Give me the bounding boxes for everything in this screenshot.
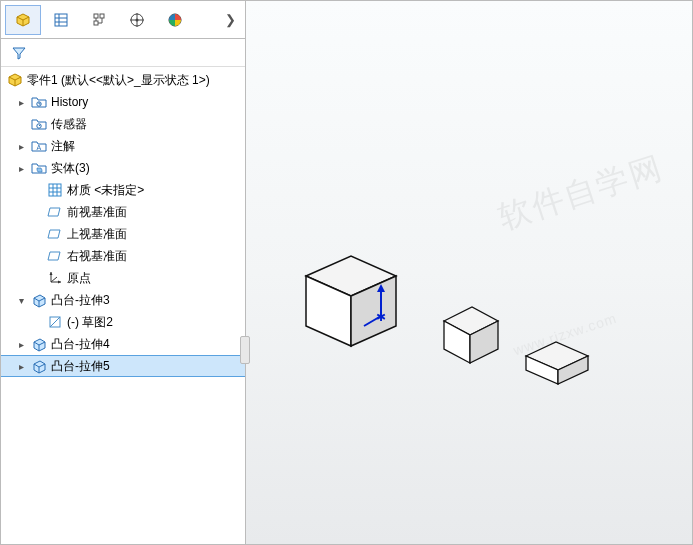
tab-property-manager[interactable]	[43, 5, 79, 35]
plane-icon	[46, 247, 64, 265]
tab-feature-tree[interactable]	[5, 5, 41, 35]
svg-rect-10	[94, 21, 98, 25]
toolbar-overflow[interactable]: ❯	[219, 5, 241, 35]
tree-item-right-plane[interactable]: 右视基准面	[1, 245, 245, 267]
tree-item-extrude4[interactable]: ▸ 凸台-拉伸4	[1, 333, 245, 355]
tree-item-sensors[interactable]: 传感器	[1, 113, 245, 135]
boss-extrude-icon	[30, 335, 48, 353]
origin-icon	[46, 269, 64, 287]
tree-label: 凸台-拉伸5	[51, 358, 110, 375]
tree-item-material[interactable]: 材质 <未指定>	[1, 179, 245, 201]
tree-label: 上视基准面	[67, 226, 127, 243]
history-folder-icon	[30, 93, 48, 111]
tree-item-front-plane[interactable]: 前视基准面	[1, 201, 245, 223]
expand-icon[interactable]: ▸	[15, 339, 27, 350]
tree-item-history[interactable]: ▸ History	[1, 91, 245, 113]
feature-tree-icon	[14, 11, 32, 29]
plane-icon	[46, 225, 64, 243]
expand-icon[interactable]: ▸	[15, 163, 27, 174]
sketch-icon	[46, 313, 64, 331]
model-cube-medium[interactable]	[436, 301, 508, 372]
tree-item-sketch2[interactable]: (-) 草图2	[1, 311, 245, 333]
tree-label: 传感器	[51, 116, 87, 133]
tree-label: 凸台-拉伸4	[51, 336, 110, 353]
graphics-viewport[interactable]: 软件自学网 www.rjzxw.com ✱	[246, 1, 692, 544]
svg-text:A: A	[37, 144, 42, 151]
dimxpert-icon	[128, 11, 146, 29]
tree-label: 右视基准面	[67, 248, 127, 265]
feature-tree-panel: ❯ 零件1 (默认<<默认>_显示状态 1>) ▸ History 传感器	[1, 1, 246, 544]
svg-rect-4	[55, 14, 67, 26]
config-manager-icon	[90, 11, 108, 29]
svg-point-17	[136, 18, 139, 21]
tree-label: 凸台-拉伸3	[51, 292, 110, 309]
tree-item-annotations[interactable]: ▸ A 注解	[1, 135, 245, 157]
filter-icon[interactable]	[10, 44, 28, 62]
chevron-right-icon: ❯	[225, 12, 236, 27]
tree-label: 实体(3)	[51, 160, 90, 177]
tree-root[interactable]: 零件1 (默认<<默认>_显示状态 1>)	[1, 69, 245, 91]
collapse-icon[interactable]: ▾	[15, 295, 27, 306]
material-icon	[46, 181, 64, 199]
annotations-folder-icon: A	[30, 137, 48, 155]
tab-configuration-manager[interactable]	[81, 5, 117, 35]
property-manager-icon	[52, 11, 70, 29]
plane-icon	[46, 203, 64, 221]
svg-line-37	[51, 277, 57, 282]
sensors-folder-icon	[30, 115, 48, 133]
tree-label: History	[51, 95, 88, 109]
expand-icon[interactable]: ▸	[15, 141, 27, 152]
model-cube-large[interactable]: ✱	[296, 246, 416, 359]
filter-row	[1, 39, 245, 67]
svg-rect-30	[49, 184, 61, 196]
solids-folder-icon	[30, 159, 48, 177]
tree-label: 原点	[67, 270, 91, 287]
svg-marker-38	[50, 272, 53, 275]
tree-label: 前视基准面	[67, 204, 127, 221]
feature-tree[interactable]: 零件1 (默认<<默认>_显示状态 1>) ▸ History 传感器 ▸ A …	[1, 67, 245, 544]
panel-splitter-handle[interactable]	[240, 336, 250, 364]
tree-label: 材质 <未指定>	[67, 182, 144, 199]
part-icon	[6, 71, 24, 89]
boss-extrude-icon	[30, 291, 48, 309]
tree-item-top-plane[interactable]: 上视基准面	[1, 223, 245, 245]
model-cube-small[interactable]	[518, 338, 596, 393]
expand-icon[interactable]: ▸	[15, 361, 27, 372]
tree-item-extrude5[interactable]: ▸ 凸台-拉伸5	[1, 355, 245, 377]
svg-rect-9	[100, 14, 104, 18]
tab-display-manager[interactable]	[157, 5, 193, 35]
tree-item-extrude3[interactable]: ▾ 凸台-拉伸3	[1, 289, 245, 311]
tree-label: (-) 草图2	[67, 314, 113, 331]
display-manager-icon	[166, 11, 184, 29]
svg-marker-29	[37, 168, 42, 172]
boss-extrude-icon	[30, 357, 48, 375]
tree-item-origin[interactable]: 原点	[1, 267, 245, 289]
tab-dimxpert[interactable]	[119, 5, 155, 35]
tree-item-solids[interactable]: ▸ 实体(3)	[1, 157, 245, 179]
svg-rect-8	[94, 14, 98, 18]
tree-label: 注解	[51, 138, 75, 155]
watermark-text: 软件自学网	[493, 146, 668, 240]
svg-text:✱: ✱	[376, 310, 386, 324]
svg-marker-39	[58, 281, 61, 284]
panel-tab-toolbar: ❯	[1, 1, 245, 39]
svg-line-45	[50, 317, 60, 327]
expand-icon[interactable]: ▸	[15, 97, 27, 108]
tree-root-label: 零件1 (默认<<默认>_显示状态 1>)	[27, 72, 210, 89]
